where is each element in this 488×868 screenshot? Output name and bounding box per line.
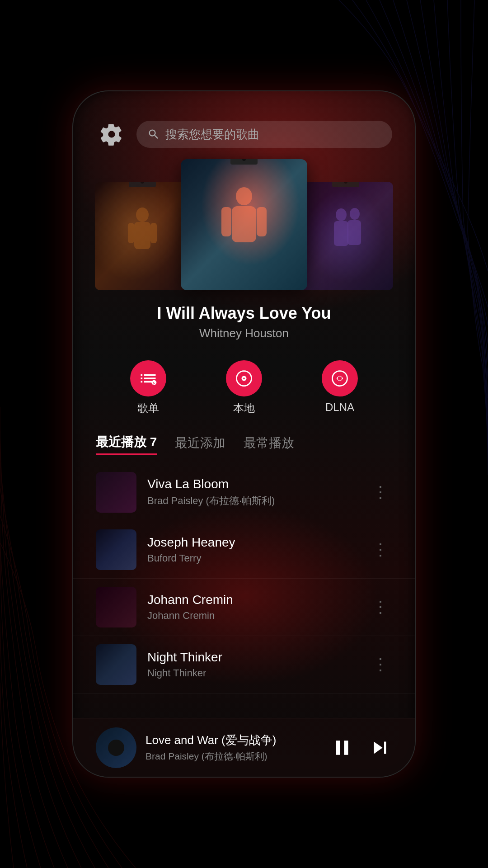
svg-rect-1 [134,222,150,249]
more-button-4[interactable]: ⋮ [369,651,392,678]
tab-most-played[interactable]: 最常播放 [244,434,294,454]
nav-dlna[interactable]: DLNA [322,360,358,415]
nav-playlist-label: 歌单 [137,401,159,415]
dlna-icon-circle [322,360,358,396]
song-artist-2: Buford Terry [147,552,358,564]
search-icon [147,128,160,141]
svg-rect-9 [334,221,348,246]
album-card-left[interactable] [95,182,190,290]
player-bar[interactable]: Love and War (爱与战争) Brad Paisley (布拉德·帕斯… [73,718,415,777]
svg-rect-5 [232,206,256,242]
song-item-3[interactable]: Johann Cremin Johann Cremin ⋮ [73,579,415,636]
song-title-3: Johann Cremin [147,593,358,607]
song-title-1: Viva La Bloom [147,477,358,491]
album-card-right[interactable] [298,182,393,290]
nav-icons: 歌单 本地 [73,351,415,429]
song-item-1[interactable]: Viva La Bloom Brad Paisley (布拉德·帕斯利) ⋮ [73,464,415,521]
song-info-3: Johann Cremin Johann Cremin [147,593,358,622]
nav-local-label: 本地 [233,401,255,415]
next-button[interactable] [368,736,392,760]
svg-point-10 [350,208,360,220]
svg-rect-7 [257,207,267,236]
svg-point-4 [236,187,252,205]
next-icon [368,736,392,760]
svg-point-8 [336,208,347,221]
song-item-2[interactable]: Joseph Heaney Buford Terry ⋮ [73,521,415,579]
vinyl-top-center [230,159,258,165]
song-thumb-3 [96,587,136,627]
svg-point-15 [243,377,245,379]
playlist-icon [138,368,158,388]
song-artist-1: Brad Paisley (布拉德·帕斯利) [147,494,358,508]
svg-rect-2 [128,223,134,243]
search-bar[interactable]: 搜索您想要的歌曲 [136,121,392,148]
album-person-center [181,159,307,290]
now-playing-title: I Will Always Love You [73,304,415,323]
song-info-1: Viva La Bloom Brad Paisley (布拉德·帕斯利) [147,477,358,508]
song-thumb-4 [96,644,136,685]
nav-local[interactable]: 本地 [226,360,262,415]
album-person-right [298,182,393,290]
svg-point-17 [338,376,342,380]
gear-icon [100,123,123,146]
tabs-bar: 最近播放 7 最近添加 最常播放 [73,429,415,464]
search-placeholder: 搜索您想要的歌曲 [165,127,259,142]
pause-icon [330,736,354,760]
phone-content: 搜索您想要的歌曲 [73,91,415,777]
more-button-2[interactable]: ⋮ [369,537,392,563]
player-title: Love and War (爱与战争) [145,732,321,748]
dlna-icon [330,368,350,388]
settings-button[interactable] [96,118,127,150]
song-artist-3: Johann Cremin [147,610,358,622]
song-item-4[interactable]: Night Thinker Night Thinker ⋮ [73,636,415,693]
more-button-1[interactable]: ⋮ [369,479,392,505]
svg-rect-11 [347,220,361,245]
header: 搜索您想要的歌曲 [73,91,415,159]
player-artist: Brad Paisley (布拉德·帕斯利) [145,750,321,763]
local-icon [234,368,254,388]
svg-point-12 [151,380,156,385]
svg-point-0 [136,208,149,222]
player-thumbnail [96,727,136,768]
player-info: Love and War (爱与战争) Brad Paisley (布拉德·帕斯… [145,732,321,763]
vinyl-top-right [332,182,359,187]
svg-rect-3 [150,223,157,243]
song-title-4: Night Thinker [147,650,358,665]
local-icon-circle [226,360,262,396]
song-info-2: Joseph Heaney Buford Terry [147,535,358,564]
pause-button[interactable] [330,736,354,760]
nav-dlna-label: DLNA [325,401,354,414]
now-playing-artist: Whitney Houston [73,326,415,340]
tab-recently-added[interactable]: 最近添加 [175,434,225,454]
album-person-left [95,182,190,290]
now-playing-info: I Will Always Love You Whitney Houston [73,299,415,351]
album-card-center[interactable] [181,159,307,290]
song-thumb-1 [96,472,136,513]
album-carousel [73,159,415,299]
vinyl-top-left [129,182,156,187]
song-thumb-2 [96,529,136,570]
more-button-3[interactable]: ⋮ [369,594,392,620]
song-title-2: Joseph Heaney [147,535,358,550]
tab-recent[interactable]: 最近播放 7 [96,434,157,455]
song-list: Viva La Bloom Brad Paisley (布拉德·帕斯利) ⋮ J… [73,464,415,718]
nav-playlist[interactable]: 歌单 [130,360,166,415]
song-info-4: Night Thinker Night Thinker [147,650,358,679]
song-artist-4: Night Thinker [147,667,358,679]
phone-shell: 搜索您想要的歌曲 [72,90,416,778]
svg-rect-6 [221,207,231,236]
player-controls [330,736,392,760]
playlist-icon-circle [130,360,166,396]
